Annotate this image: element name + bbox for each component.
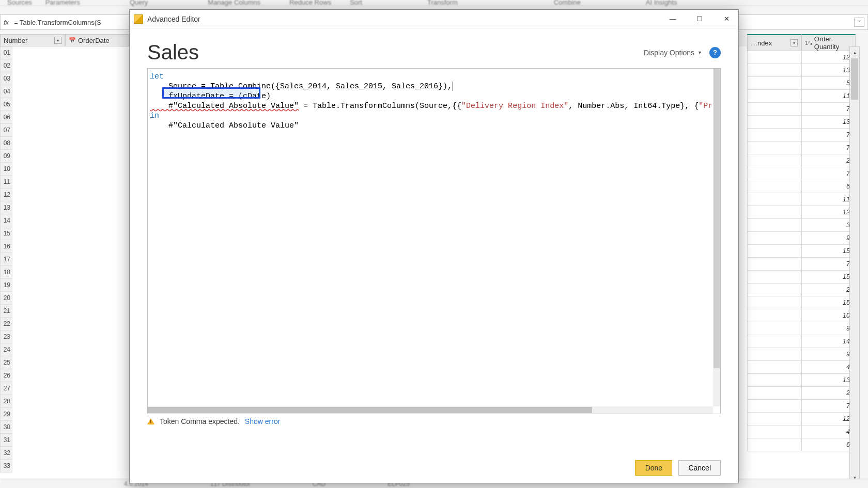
table-row[interactable]: 14 [747,335,856,348]
table-row[interactable]: 13 [747,374,856,387]
row-header[interactable]: 20 [0,292,12,305]
cell: 11 [801,90,856,103]
table-row[interactable]: 9 [747,232,856,245]
display-options-dropdown[interactable]: Display Options ▼ [644,49,702,57]
row-header[interactable]: 07 [0,124,12,137]
row-header[interactable]: 11 [0,176,12,188]
row-header[interactable]: 16 [0,240,12,253]
column-filter-icon[interactable]: ▾ [791,39,798,46]
table-row[interactable]: 3 [747,219,856,232]
row-header[interactable]: 30 [0,421,12,434]
column-filter-icon[interactable]: ▾ [54,37,61,44]
row-header[interactable]: 09 [0,150,12,163]
table-row[interactable]: 5 [747,77,856,90]
help-icon[interactable]: ? [709,47,721,58]
code-text[interactable]: let Source = Table.Combine({Sales_2014, … [148,69,713,406]
formula-expand-button[interactable]: ˅ [854,18,864,27]
table-row[interactable]: 7 [747,400,856,413]
table-row[interactable]: 15 [747,245,856,258]
show-error-link[interactable]: Show error [245,417,280,426]
row-header[interactable]: 03 [0,72,12,85]
scroll-up-icon[interactable]: ▴ [850,47,859,57]
ribbon-group: Sources [3,0,36,7]
row-header[interactable]: 22 [0,318,12,330]
table-row[interactable]: 15 [747,271,856,284]
code-horizontal-scrollbar[interactable] [148,406,713,414]
table-row[interactable]: 12 [747,413,856,426]
table-row[interactable]: 7 [747,141,856,154]
row-header[interactable]: 15 [0,227,12,240]
table-row[interactable]: 4 [747,361,856,374]
row-header[interactable]: 23 [0,330,12,343]
table-row[interactable]: 7 [747,258,856,271]
row-header[interactable]: 24 [0,343,12,356]
table-row[interactable]: 12 [747,51,856,64]
scroll-thumb[interactable] [714,69,720,368]
row-header[interactable]: 18 [0,266,12,279]
table-row[interactable]: 4 [747,426,856,438]
minimize-button[interactable]: — [665,13,680,25]
row-header[interactable]: 31 [0,434,12,447]
cell [747,206,801,219]
row-header[interactable]: 19 [0,279,12,292]
table-row[interactable]: 11 [747,193,856,206]
table-row[interactable]: 6 [747,438,856,451]
table-row[interactable]: 7 [747,129,856,141]
row-header[interactable]: 13 [0,201,12,214]
row-header[interactable]: 06 [0,111,12,124]
row-header[interactable]: 21 [0,305,12,318]
column-header-index[interactable]: …ndex ▾ [747,34,801,51]
table-row[interactable]: 13 [747,116,856,129]
row-header[interactable]: 01 [0,46,12,59]
column-header-orderdate[interactable]: 📅 OrderDate [65,34,129,46]
row-header[interactable]: 05 [0,98,12,111]
table-row[interactable]: 6 [747,180,856,193]
code-editor[interactable]: let Source = Table.Combine({Sales_2014, … [147,68,721,414]
row-header[interactable]: 02 [0,59,12,72]
row-header[interactable]: 12 [0,188,12,201]
table-row[interactable]: 2 [747,387,856,400]
column-header-number[interactable]: Number ▾ [0,34,65,46]
table-row[interactable]: 9 [747,322,856,335]
row-header[interactable]: 27 [0,382,12,395]
table-row[interactable]: 13 [747,64,856,77]
vertical-scrollbar[interactable]: ▴ ▾ [849,46,860,483]
done-button[interactable]: Done [635,460,672,476]
cell [747,374,801,387]
code-vertical-scrollbar[interactable] [713,69,720,406]
column-label: OrderDate [78,37,110,44]
table-row[interactable]: 9 [747,348,856,361]
row-header[interactable]: 28 [0,395,12,408]
column-header-order-quantity[interactable]: 1²₃ Order Quantity [801,34,856,51]
fx-icon: fx [4,19,9,26]
row-header[interactable]: 04 [0,85,12,98]
table-row[interactable]: 11 [747,90,856,103]
cancel-button[interactable]: Cancel [678,460,721,476]
row-header[interactable]: 08 [0,137,12,150]
table-row[interactable]: 2 [747,154,856,167]
maximize-button[interactable]: ☐ [692,13,707,25]
table-row[interactable]: 15 [747,296,856,309]
table-row[interactable]: 10 [747,309,856,322]
table-row[interactable]: 7 [747,103,856,116]
row-header[interactable]: 33 [0,460,12,473]
row-header[interactable]: 17 [0,253,12,266]
row-header[interactable]: 32 [0,447,12,460]
table-row[interactable]: 7 [747,167,856,180]
cell: 12 [801,206,856,219]
cell [747,154,801,167]
table-row[interactable]: 12 [747,206,856,219]
code-line: = Table.TransformColumns(Source,{{ [299,102,461,111]
cell: 7 [801,103,856,116]
row-header[interactable]: 26 [0,369,12,382]
table-row[interactable]: 2 [747,284,856,296]
row-header[interactable]: 10 [0,163,12,176]
close-button[interactable]: ✕ [719,13,734,25]
scroll-thumb[interactable] [148,407,592,413]
row-header[interactable]: 25 [0,356,12,369]
row-header[interactable]: 29 [0,408,12,421]
scroll-thumb[interactable] [851,58,858,100]
dialog-titlebar[interactable]: Advanced Editor — ☐ ✕ [130,10,738,28]
warning-icon [147,418,154,424]
row-header[interactable]: 14 [0,214,12,227]
